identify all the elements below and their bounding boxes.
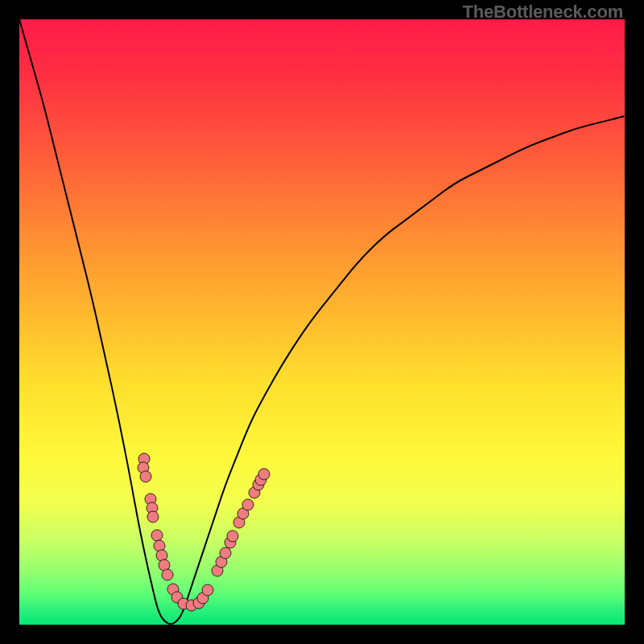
marker-dot [140, 471, 151, 482]
chart-frame [0, 0, 19, 644]
marker-dot [147, 511, 159, 522]
marker-dot [202, 584, 213, 596]
bottleneck-chart [0, 0, 644, 644]
marker-dot [220, 547, 231, 559]
gradient-background [19, 19, 625, 625]
marker-dot [151, 530, 163, 541]
chart-frame [0, 625, 644, 644]
marker-dot [258, 469, 270, 480]
chart-frame [625, 0, 644, 644]
marker-dot [242, 499, 254, 510]
watermark-text: TheBottleneck.com [462, 2, 623, 23]
marker-dot [227, 530, 238, 542]
marker-dot [162, 569, 173, 580]
